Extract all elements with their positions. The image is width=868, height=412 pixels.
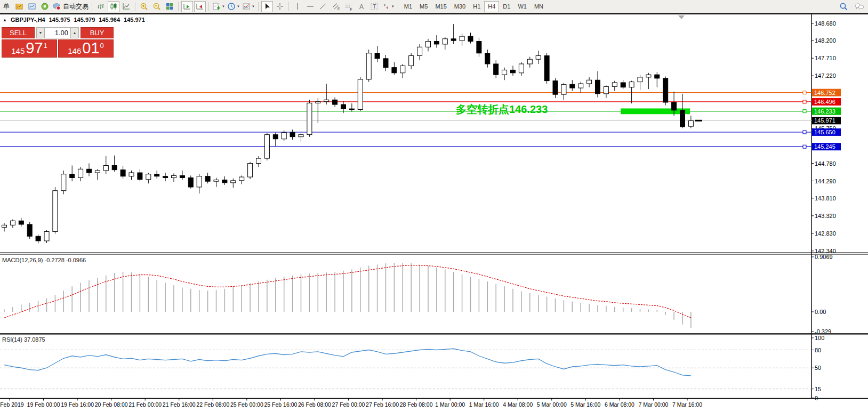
candle-bear xyxy=(273,135,278,139)
candle-bear xyxy=(663,78,668,102)
sell-price-button[interactable]: 145 97 1 xyxy=(2,39,57,58)
new-order-button[interactable]: 单 xyxy=(1,1,12,12)
candle-bear xyxy=(468,36,473,41)
price-badge-label: 146.752 xyxy=(814,90,835,96)
green-highlight-box xyxy=(621,108,690,114)
svg-text:A: A xyxy=(359,3,364,11)
volume-increase-button[interactable]: ▲ xyxy=(70,28,78,38)
svg-text:E: E xyxy=(337,7,340,11)
ohlc-open: 145.975 xyxy=(49,17,70,23)
candle-bull xyxy=(578,84,583,88)
profile-icon[interactable] xyxy=(26,1,38,12)
candle-bull xyxy=(44,231,49,241)
timeframe-button-m1[interactable]: M1 xyxy=(400,1,416,12)
timeframe-button-m5[interactable]: M5 xyxy=(416,1,431,12)
candle-bull xyxy=(256,158,261,163)
candle-bear xyxy=(680,110,685,127)
chat-button[interactable] xyxy=(853,1,865,12)
indicators-icon xyxy=(212,2,221,11)
vertical-line-button[interactable] xyxy=(292,1,303,12)
equidistant-channel-button[interactable]: E xyxy=(330,1,342,12)
tile-windows-button[interactable] xyxy=(164,1,175,12)
price-tick-label: 144.290 xyxy=(815,178,836,184)
search-button[interactable] xyxy=(838,1,849,12)
candle-bull xyxy=(502,70,507,75)
price-tick-label: 147.220 xyxy=(815,72,836,79)
horizontal-line-button[interactable] xyxy=(304,1,316,12)
buy-price-big: 01 xyxy=(82,41,99,56)
candle-bull xyxy=(561,84,566,94)
time-label: 21 Feb 16:00 xyxy=(163,401,196,408)
timeframe-button-h1[interactable]: H1 xyxy=(469,1,484,12)
mt4-window: { "toolbar": { "left_items": [ {"name":"… xyxy=(0,0,868,412)
zoom-out-button[interactable] xyxy=(151,1,163,12)
candle-bull xyxy=(417,47,422,55)
line-handle xyxy=(803,91,806,94)
auto-scroll-button[interactable] xyxy=(181,1,193,12)
candle-bear xyxy=(672,102,677,110)
candle-bear xyxy=(36,236,41,241)
text-label-button[interactable]: T xyxy=(368,1,380,12)
templates-button[interactable]: ▼ xyxy=(242,1,255,12)
candle-bull xyxy=(629,82,634,87)
candle-bull xyxy=(172,175,176,177)
collapse-panel-icon[interactable]: ▲ xyxy=(3,18,7,22)
line-chart-button[interactable] xyxy=(120,1,132,12)
timeframe-button-mn[interactable]: MN xyxy=(531,1,547,12)
trendline-button[interactable] xyxy=(317,1,329,12)
candle-bull xyxy=(299,135,303,137)
price-badge-label: 146.496 xyxy=(814,99,835,105)
chart-decorations xyxy=(0,13,868,412)
svg-text:F: F xyxy=(350,7,352,11)
price-badge-label: 145.245 xyxy=(814,143,835,150)
signals-icon[interactable] xyxy=(39,1,51,12)
macd-scale-label: 0.9069 xyxy=(815,254,833,260)
line-handle xyxy=(803,100,806,103)
chevron-down-icon[interactable]: ▼ xyxy=(391,5,395,8)
buy-button[interactable]: BUY xyxy=(81,27,114,38)
candle-bear xyxy=(383,59,388,68)
autotrading-button[interactable]: 自动交易 xyxy=(52,1,89,12)
candle-bear xyxy=(553,81,558,95)
bar-chart-button[interactable] xyxy=(95,1,107,12)
candle-bull xyxy=(316,102,320,103)
zoom-in-button[interactable] xyxy=(138,1,150,12)
periods-button[interactable]: ▼ xyxy=(227,1,240,12)
bar-chart-icon xyxy=(97,2,105,11)
candle-bull xyxy=(239,177,244,181)
crosshair-button[interactable] xyxy=(274,1,286,12)
volume-decrease-button[interactable]: ▼ xyxy=(37,28,45,38)
arrows-button[interactable]: ▼ xyxy=(381,1,395,12)
toolbar-separator xyxy=(208,2,209,11)
text-button[interactable]: A xyxy=(356,1,367,12)
buy-price-button[interactable]: 146 01 0 xyxy=(58,39,114,58)
timeframe-button-h4[interactable]: H4 xyxy=(484,1,499,12)
cursor-button[interactable] xyxy=(261,1,273,12)
chevron-down-icon[interactable]: ▼ xyxy=(222,5,225,8)
chart-shift-button[interactable] xyxy=(194,1,206,12)
candle-bull xyxy=(146,174,151,180)
fibonacci-button[interactable]: F xyxy=(343,1,355,12)
chat-icon xyxy=(854,2,864,11)
chart-canvas[interactable]: 148.680148.200147.710147.220145.750144.7… xyxy=(0,0,868,412)
timeframe-button-d1[interactable]: D1 xyxy=(499,1,514,12)
candle-bull xyxy=(129,173,134,176)
chevron-down-icon[interactable]: ▼ xyxy=(237,5,240,8)
indicators-button[interactable]: ▼ xyxy=(212,1,226,12)
time-label: 4 Mar 08:00 xyxy=(503,401,533,408)
timeframe-button-w1[interactable]: W1 xyxy=(514,1,531,12)
time-label: 27 Feb 00:00 xyxy=(332,401,365,408)
candle-bull xyxy=(519,64,524,73)
timeframe-button-m30[interactable]: M30 xyxy=(451,1,469,12)
candle-bull xyxy=(248,164,253,177)
chevron-down-icon[interactable]: ▼ xyxy=(252,5,255,8)
ohlc-close: 145.971 xyxy=(124,17,145,23)
timeframe-button-m15[interactable]: M15 xyxy=(431,1,450,12)
autotrading-icon xyxy=(52,2,61,11)
sell-button[interactable]: SELL xyxy=(2,27,35,38)
candle-bull xyxy=(214,180,219,181)
chart-window-icon[interactable] xyxy=(13,1,25,12)
volume-input[interactable] xyxy=(45,28,70,38)
line-handle xyxy=(803,110,806,113)
candlestick-chart-button[interactable] xyxy=(108,1,119,12)
